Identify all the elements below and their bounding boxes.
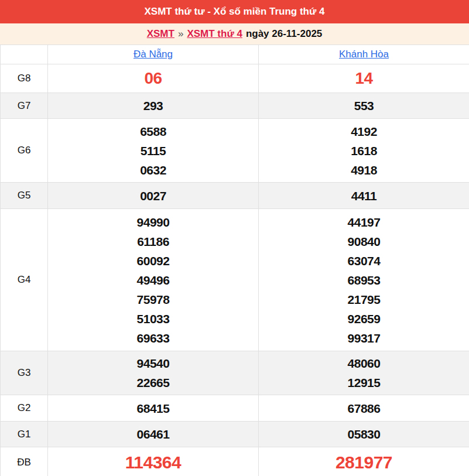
prize-value: 4918 bbox=[351, 160, 377, 180]
prize-value: 61186 bbox=[137, 232, 169, 251]
prize-value: 44197 bbox=[348, 213, 381, 232]
prize-value: 4411 bbox=[351, 186, 377, 206]
prize-row-g2: G2 68415 67886 bbox=[1, 395, 469, 422]
prize-value: 06 bbox=[144, 67, 162, 90]
prize-value: 0632 bbox=[140, 160, 166, 180]
prize-cell-g1-da-nang: 06461 bbox=[48, 422, 259, 447]
prize-cell-g8-da-nang: 06 bbox=[48, 64, 259, 93]
prize-value: 48060 bbox=[348, 354, 381, 373]
prize-value: 06461 bbox=[137, 424, 170, 444]
prize-value: 114364 bbox=[125, 451, 181, 474]
prize-cell-g6-khanh-hoa: 4192 1618 4918 bbox=[259, 119, 469, 182]
breadcrumb-separator: » bbox=[178, 28, 183, 40]
prize-value: 21795 bbox=[348, 290, 381, 309]
page-title-bar: XSMT thứ tư - Xổ số miền Trung thứ 4 bbox=[0, 0, 469, 23]
prize-value: 281977 bbox=[336, 451, 392, 474]
table-header-row: Đà Nẵng Khánh Hòa bbox=[1, 45, 469, 64]
prize-value: 49496 bbox=[137, 270, 170, 290]
prize-value: 553 bbox=[354, 96, 374, 115]
header-cell-da-nang: Đà Nẵng bbox=[48, 45, 259, 64]
prize-cell-g2-khanh-hoa: 67886 bbox=[259, 395, 469, 421]
prize-value: 69633 bbox=[137, 328, 170, 348]
prize-label-db: ĐB bbox=[1, 447, 48, 476]
prize-cell-g6-da-nang: 6588 5115 0632 bbox=[48, 119, 259, 182]
prize-value: 12915 bbox=[348, 373, 381, 392]
prize-row-g7: G7 293 553 bbox=[1, 93, 469, 119]
lottery-results-page: XSMT thứ tư - Xổ số miền Trung thứ 4 XSM… bbox=[0, 0, 469, 476]
prize-cell-g3-da-nang: 94540 22665 bbox=[48, 351, 259, 395]
prize-label-g5: G5 bbox=[1, 183, 48, 208]
prize-cell-g3-khanh-hoa: 48060 12915 bbox=[259, 351, 469, 395]
prize-row-g5: G5 0027 4411 bbox=[1, 183, 469, 209]
prize-value: 60092 bbox=[137, 251, 170, 270]
prize-cell-g5-khanh-hoa: 4411 bbox=[259, 183, 469, 208]
prize-value: 94540 bbox=[137, 354, 170, 373]
prize-value: 94990 bbox=[137, 213, 170, 232]
prize-row-db: ĐB 114364 281977 bbox=[1, 447, 469, 476]
prize-cell-g7-da-nang: 293 bbox=[48, 93, 259, 118]
prize-value: 68953 bbox=[348, 270, 381, 290]
header-empty-cell bbox=[1, 45, 48, 64]
prize-value: 68415 bbox=[137, 399, 170, 418]
prize-cell-db-khanh-hoa: 281977 bbox=[259, 447, 469, 476]
prize-value: 293 bbox=[143, 96, 163, 115]
prize-value: 99317 bbox=[348, 328, 381, 348]
prize-label-g2: G2 bbox=[1, 395, 48, 421]
breadcrumb-link-xsmt[interactable]: XSMT bbox=[147, 28, 174, 40]
province-link-khanh-hoa[interactable]: Khánh Hòa bbox=[339, 49, 389, 60]
prize-cell-g1-khanh-hoa: 05830 bbox=[259, 422, 469, 447]
prize-value: 22665 bbox=[137, 373, 170, 392]
breadcrumb-link-xsmt-thu4[interactable]: XSMT thứ 4 bbox=[187, 28, 242, 40]
prize-row-g1: G1 06461 05830 bbox=[1, 422, 469, 447]
prize-cell-g8-khanh-hoa: 14 bbox=[259, 64, 469, 93]
prize-row-g6: G6 6588 5115 0632 4192 1618 4918 bbox=[1, 119, 469, 183]
prize-value: 0027 bbox=[140, 186, 166, 206]
page-title: XSMT thứ tư - Xổ số miền Trung thứ 4 bbox=[145, 6, 325, 18]
prize-value: 1618 bbox=[351, 141, 377, 160]
prize-cell-g5-da-nang: 0027 bbox=[48, 183, 259, 208]
breadcrumb-date: ngày 26-11-2025 bbox=[246, 28, 322, 40]
prize-cell-g7-khanh-hoa: 553 bbox=[259, 93, 469, 118]
prize-label-g8: G8 bbox=[1, 64, 48, 93]
prize-row-g4: G4 94990 61186 60092 49496 75978 51033 6… bbox=[1, 209, 469, 351]
province-link-da-nang[interactable]: Đà Nẵng bbox=[133, 49, 173, 60]
prize-cell-g4-da-nang: 94990 61186 60092 49496 75978 51033 6963… bbox=[48, 209, 259, 351]
prize-value: 51033 bbox=[137, 309, 170, 328]
prize-value: 92659 bbox=[348, 309, 381, 328]
prize-cell-g4-khanh-hoa: 44197 90840 63074 68953 21795 92659 9931… bbox=[259, 209, 469, 351]
breadcrumb: XSMT » XSMT thứ 4 ngày 26-11-2025 bbox=[0, 23, 469, 44]
prize-value: 5115 bbox=[141, 141, 166, 160]
header-cell-khanh-hoa: Khánh Hòa bbox=[259, 45, 469, 64]
prize-value: 63074 bbox=[348, 251, 381, 270]
prize-value: 05830 bbox=[348, 424, 381, 444]
prize-label-g1: G1 bbox=[1, 422, 48, 447]
prize-label-g4: G4 bbox=[1, 209, 48, 351]
prize-cell-g2-da-nang: 68415 bbox=[48, 395, 259, 421]
prize-value: 75978 bbox=[137, 290, 170, 309]
prize-label-g6: G6 bbox=[1, 119, 48, 182]
prize-row-g3: G3 94540 22665 48060 12915 bbox=[1, 351, 469, 395]
results-table: Đà Nẵng Khánh Hòa G8 06 14 G7 293 553 bbox=[0, 44, 469, 476]
prize-row-g8: G8 06 14 bbox=[1, 64, 469, 93]
prize-value: 4192 bbox=[351, 122, 377, 141]
prize-value: 90840 bbox=[348, 232, 381, 251]
prize-value: 6588 bbox=[140, 122, 166, 141]
prize-cell-db-da-nang: 114364 bbox=[48, 447, 259, 476]
prize-value: 14 bbox=[355, 67, 372, 90]
prize-label-g3: G3 bbox=[1, 351, 48, 395]
prize-value: 67886 bbox=[348, 399, 381, 418]
prize-label-g7: G7 bbox=[1, 93, 48, 118]
